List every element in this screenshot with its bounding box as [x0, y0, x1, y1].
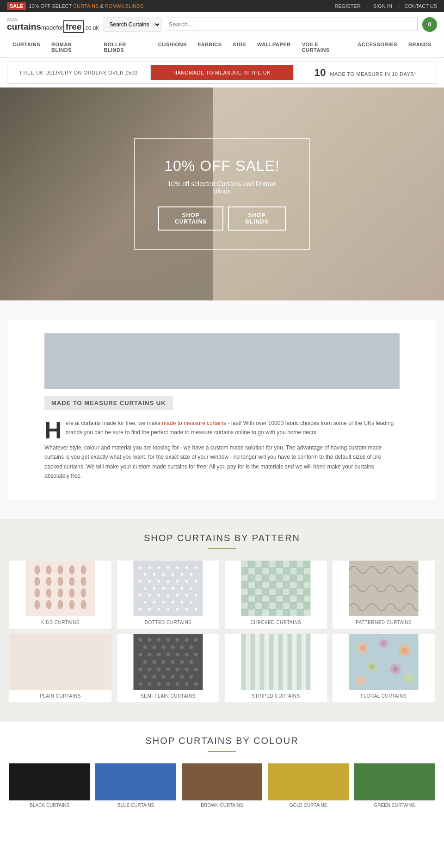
svg-point-64 — [167, 608, 170, 611]
svg-point-61 — [139, 608, 142, 611]
nav-roller-blinds[interactable]: ROLLER BLINDS — [98, 37, 152, 57]
svg-point-109 — [176, 668, 179, 671]
search-wrapper: Search Curtains — [104, 18, 418, 31]
svg-point-49 — [148, 594, 151, 597]
svg-point-140 — [404, 673, 414, 683]
pattern-grid-row1: KIDS CURTAINS DOTTED CU — [9, 561, 435, 629]
colour-item-green[interactable]: GREEN CURTAINS — [354, 763, 435, 808]
pattern-thumb-semi — [117, 634, 219, 690]
svg-point-6 — [35, 577, 40, 586]
svg-point-27 — [185, 566, 188, 569]
pattern-item-semi[interactable]: SEMI PLAIN CURTAINS — [117, 634, 219, 702]
pattern-thumb-striped — [225, 634, 327, 690]
info-drop-cap: H — [44, 421, 62, 440]
svg-point-138 — [393, 666, 398, 672]
colour-item-brown[interactable]: BROWN CURTAINS — [182, 763, 262, 808]
nav-curtains[interactable]: CURTAINS — [7, 37, 46, 57]
svg-point-97 — [185, 653, 189, 656]
info-section: MADE TO MEASURE CURTAINS UK H ere at cur… — [7, 319, 437, 500]
svg-point-22 — [139, 566, 142, 569]
pattern-item-striped[interactable]: STRIPED CURTAINS — [225, 634, 327, 702]
nav-kids[interactable]: KIDS — [228, 37, 252, 57]
search-category-select[interactable]: Search Curtains — [104, 18, 161, 31]
colour-swatch-gold — [268, 763, 348, 800]
svg-point-117 — [190, 675, 193, 679]
svg-point-107 — [157, 668, 161, 671]
logo[interactable]: www. curtainsmadeforfree.co.uk — [7, 17, 99, 32]
svg-point-99 — [143, 660, 147, 664]
nav-wallpaper[interactable]: WALLPAPER — [252, 37, 296, 57]
promo-days: 10 MADE TO MEASURE IN 10 DAYS* — [294, 62, 437, 83]
svg-point-123 — [185, 682, 189, 686]
pattern-divider — [208, 548, 236, 549]
promo-handmade: HANDMADE TO MEASURE IN THE UK — [151, 65, 294, 80]
svg-point-28 — [195, 566, 197, 569]
pattern-item-floral[interactable]: FLORAL CURTAINS — [333, 634, 435, 702]
nav-brands[interactable]: BRANDS — [403, 37, 437, 57]
svg-point-29 — [144, 573, 147, 576]
svg-point-86 — [143, 645, 147, 649]
shop-curtains-button[interactable]: SHOP CURTAINS — [158, 206, 223, 231]
colour-swatch-brown — [182, 763, 262, 800]
nav-cushions[interactable]: CUSHIONS — [153, 37, 192, 57]
svg-point-92 — [139, 653, 142, 656]
svg-point-116 — [180, 675, 184, 679]
colour-item-gold[interactable]: GOLD CURTAINS — [268, 763, 348, 808]
svg-point-96 — [176, 653, 179, 656]
svg-point-18 — [58, 600, 63, 609]
pattern-section-title: SHOP CURTAINS BY PATTERN — [9, 533, 435, 543]
svg-point-7 — [46, 577, 52, 586]
colour-section-title: SHOP CURTAINS BY COLOUR — [9, 736, 435, 746]
shop-blinds-button[interactable]: SHOP BLINDS — [228, 206, 286, 231]
svg-point-45 — [172, 587, 174, 590]
register-link[interactable]: REGISTER — [335, 3, 361, 9]
svg-point-67 — [195, 608, 197, 611]
cart-icon[interactable]: 0 — [422, 17, 437, 32]
search-input[interactable] — [164, 18, 418, 31]
svg-point-46 — [181, 587, 184, 590]
pattern-item-kids[interactable]: KIDS CURTAINS — [9, 561, 111, 629]
colour-item-blue[interactable]: BLUE CURTAINS — [95, 763, 176, 808]
promo-delivery: FREE UK DELIVERY ON ORDERS OVER £500 — [7, 65, 151, 80]
nav-accessories[interactable]: ACCESSORIES — [352, 37, 403, 57]
svg-point-44 — [162, 587, 165, 590]
contact-link[interactable]: CONTACT US — [405, 3, 438, 9]
pattern-label-floral: FLORAL CURTAINS — [333, 690, 435, 702]
pattern-item-patterned[interactable]: PATTERNED CURTAINS — [333, 561, 435, 629]
svg-point-47 — [190, 587, 193, 590]
svg-point-101 — [162, 660, 166, 664]
pattern-label-dotted: DOTTED CURTAINS — [117, 616, 219, 629]
svg-point-88 — [162, 645, 166, 649]
svg-point-23 — [148, 566, 151, 569]
info-link-made-to-measure[interactable]: made to measure curtains — [162, 420, 226, 426]
nav-voile-curtains[interactable]: VOILE CURTAINS — [296, 37, 352, 57]
pattern-item-checked[interactable]: CHECKED CURTAINS — [225, 561, 327, 629]
pattern-item-plain[interactable]: PLAIN CURTAINS — [9, 634, 111, 702]
colour-divider — [208, 751, 236, 752]
svg-point-56 — [153, 601, 156, 604]
svg-point-43 — [153, 587, 156, 590]
logo-brand: curtainsmadeforfree.co.uk — [7, 22, 99, 31]
svg-point-104 — [190, 660, 193, 664]
svg-point-48 — [139, 594, 142, 597]
svg-point-122 — [176, 682, 179, 686]
pattern-section: SHOP CURTAINS BY PATTERN — [0, 519, 444, 722]
svg-point-1 — [35, 565, 40, 575]
svg-point-17 — [46, 600, 52, 609]
sign-in-link[interactable]: SIGN IN — [373, 3, 392, 9]
svg-point-114 — [162, 675, 166, 679]
svg-point-52 — [176, 594, 179, 597]
svg-point-59 — [181, 601, 184, 604]
nav-fabrics[interactable]: FABRICS — [192, 37, 228, 57]
svg-rect-127 — [241, 634, 311, 690]
pattern-label-kids: KIDS CURTAINS — [9, 616, 111, 629]
svg-point-93 — [148, 653, 152, 656]
svg-point-84 — [185, 638, 189, 642]
svg-point-4 — [69, 565, 75, 575]
colour-item-black[interactable]: BLACK CURTAINS — [9, 763, 90, 808]
pattern-item-dotted[interactable]: DOTTED CURTAINS — [117, 561, 219, 629]
nav-roman-blinds[interactable]: ROMAN BLINDS — [46, 37, 98, 57]
sale-curtains-link[interactable]: CURTAINS — [73, 3, 99, 9]
svg-point-132 — [382, 641, 386, 646]
sale-blinds-link[interactable]: ROMAN BLINDS — [105, 3, 144, 9]
